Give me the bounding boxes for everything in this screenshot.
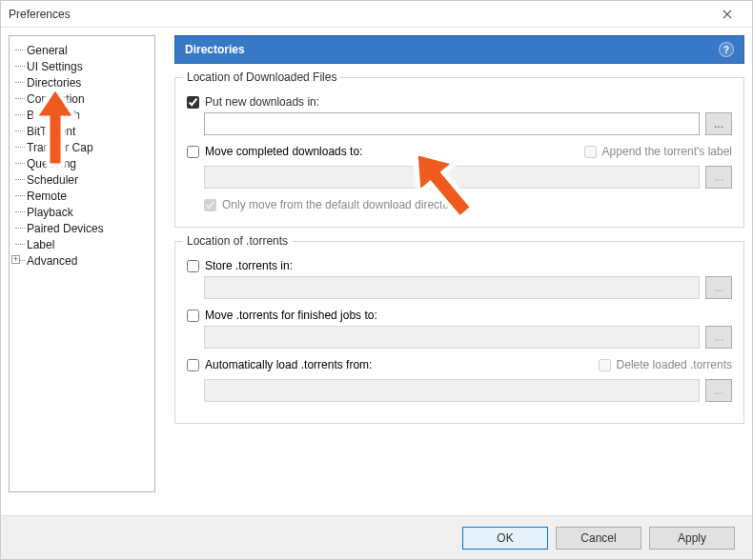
tree-item-bittorrent[interactable]: BitTorrent (15, 123, 154, 139)
group-torrents-location: Location of .torrents Store .torrents in… (174, 241, 744, 424)
append-label-input (584, 146, 597, 158)
tree-item-transfer-cap[interactable]: Transfer Cap (15, 139, 154, 155)
tree-item-playback[interactable]: Playback (15, 204, 154, 220)
tree-item-remote[interactable]: Remote (15, 188, 154, 204)
store-torrents-checkbox[interactable]: Store .torrents in: (187, 259, 732, 272)
apply-button[interactable]: Apply (649, 527, 735, 550)
append-label-checkbox: Append the torrent's label (584, 145, 732, 158)
tree-item-label[interactable]: Label (15, 236, 154, 252)
store-torrents-input[interactable] (187, 260, 199, 272)
put-new-downloads-checkbox[interactable]: Put new downloads in: (187, 95, 732, 109)
tree-item-directories[interactable]: Directories (15, 74, 154, 90)
tree-item-scheduler[interactable]: Scheduler (15, 171, 154, 188)
auto-load-path (204, 379, 700, 402)
store-torrents-path (204, 276, 700, 299)
move-finished-checkbox[interactable]: Move .torrents for finished jobs to: (187, 309, 732, 322)
panel-header: Directories ? (174, 35, 744, 64)
tree-item-general[interactable]: General (15, 42, 154, 58)
panel-title: Directories (185, 43, 245, 56)
delete-loaded-checkbox: Delete loaded .torrents (599, 358, 732, 371)
expand-icon[interactable]: + (11, 255, 20, 264)
move-completed-input[interactable] (187, 146, 199, 158)
auto-load-checkbox[interactable]: Automatically load .torrents from: (187, 358, 372, 371)
tree-item-queueing[interactable]: Queueing (15, 155, 154, 171)
move-completed-path (204, 166, 700, 189)
only-move-input (204, 199, 216, 211)
help-icon[interactable]: ? (719, 42, 734, 57)
tree-item-bandwidth[interactable]: Bandwidth (15, 107, 154, 123)
ok-button[interactable]: OK (462, 527, 548, 550)
preferences-window: Preferences General UI Settings Director… (0, 0, 753, 560)
browse-button: ... (705, 276, 732, 299)
sidebar: General UI Settings Directories Connecti… (9, 35, 155, 492)
window-title: Preferences (9, 8, 71, 21)
tree-item-connection[interactable]: Connection (15, 90, 154, 107)
group-legend: Location of .torrents (183, 234, 292, 248)
category-tree: General UI Settings Directories Connecti… (15, 42, 154, 269)
group-downloaded-files: Location of Downloaded Files Put new dow… (174, 77, 744, 228)
browse-button: ... (705, 379, 732, 402)
close-button[interactable] (708, 3, 746, 26)
browse-button[interactable]: ... (705, 112, 732, 135)
group-legend: Location of Downloaded Files (183, 70, 340, 84)
move-finished-input[interactable] (187, 310, 199, 322)
only-move-checkbox: Only move from the default download dire… (204, 198, 732, 211)
browse-button: ... (705, 166, 732, 189)
dialog-footer: OK Cancel Apply (1, 515, 752, 559)
tree-item-ui-settings[interactable]: UI Settings (15, 58, 154, 74)
put-new-downloads-input[interactable] (187, 96, 199, 109)
move-finished-path (204, 326, 700, 349)
move-completed-checkbox[interactable]: Move completed downloads to: (187, 145, 362, 158)
browse-button: ... (705, 326, 732, 349)
delete-loaded-input (599, 359, 611, 371)
titlebar: Preferences (1, 1, 752, 28)
auto-load-input[interactable] (187, 359, 199, 371)
tree-item-advanced[interactable]: +Advanced (15, 252, 154, 269)
put-new-downloads-path[interactable] (204, 112, 700, 135)
tree-item-paired-devices[interactable]: Paired Devices (15, 220, 154, 236)
cancel-button[interactable]: Cancel (556, 527, 641, 550)
